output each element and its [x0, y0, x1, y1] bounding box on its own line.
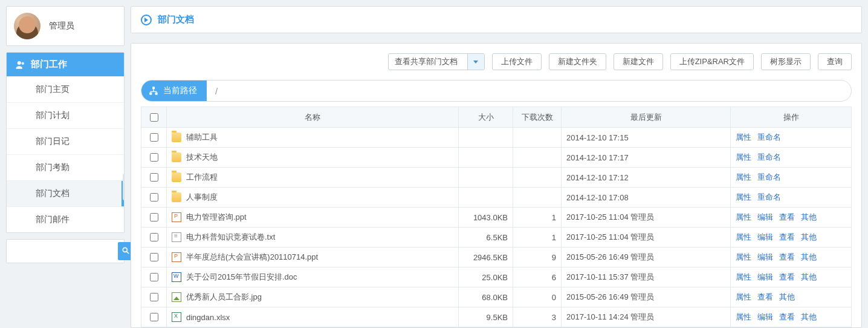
file-name[interactable]: 工作流程 — [186, 172, 218, 183]
panel-header: 部门文档 — [131, 6, 862, 33]
file-size — [459, 148, 513, 168]
download-count — [513, 148, 562, 168]
file-size — [459, 168, 513, 188]
sidebar-item[interactable]: 部门日记 — [7, 128, 124, 154]
sidebar-item[interactable]: 部门邮件 — [7, 206, 124, 232]
tree-view-button[interactable]: 树形显示 — [761, 53, 811, 70]
row-ops: 属性重命名 — [731, 128, 852, 148]
file-size: 68.0KB — [459, 287, 513, 307]
op-other[interactable]: 其他 — [779, 292, 795, 301]
dept-select[interactable]: 查看共享部门文档 — [388, 53, 485, 70]
op-props[interactable]: 属性 — [736, 212, 751, 221]
txt-icon — [172, 232, 181, 242]
row-checkbox[interactable] — [150, 253, 158, 261]
op-view[interactable]: 查看 — [779, 232, 795, 241]
row-checkbox[interactable] — [150, 153, 158, 162]
download-count: 0 — [513, 287, 562, 307]
file-name[interactable]: dingdan.xlsx — [186, 313, 230, 322]
sidebar-search — [6, 239, 125, 263]
download-count — [513, 128, 562, 148]
op-edit[interactable]: 编辑 — [757, 212, 773, 221]
op-view[interactable]: 查看 — [779, 272, 795, 281]
op-other[interactable]: 其他 — [801, 232, 817, 241]
row-checkbox[interactable] — [150, 173, 158, 182]
op-edit[interactable]: 编辑 — [757, 232, 773, 241]
folder-icon — [172, 153, 181, 162]
row-checkbox[interactable] — [150, 133, 158, 142]
row-checkbox[interactable] — [150, 213, 158, 221]
last-updated: 2014-12-10 17:17 — [562, 148, 731, 168]
file-name[interactable]: 半年度总结(大会宣讲稿)20110714.ppt — [186, 252, 318, 263]
op-other[interactable]: 其他 — [801, 312, 817, 321]
table-row: 电力科普知识竞赛试卷.txt6.5KB12017-10-25 11:04 管理员… — [141, 228, 852, 248]
sidebar-collapse-handle[interactable]: ‹ — [123, 174, 125, 200]
sidebar-item[interactable]: 部门文档 — [7, 180, 124, 206]
op-rename[interactable]: 重命名 — [757, 172, 781, 182]
op-props[interactable]: 属性 — [736, 133, 751, 142]
sidebar-item[interactable]: 部门考勤 — [7, 154, 124, 180]
row-checkbox[interactable] — [150, 313, 158, 321]
new-file-button[interactable]: 新建文件 — [614, 53, 663, 70]
select-all-checkbox[interactable] — [150, 113, 158, 122]
op-view[interactable]: 查看 — [779, 312, 795, 321]
row-checkbox[interactable] — [150, 273, 158, 281]
chevron-down-icon[interactable] — [467, 54, 484, 70]
op-props[interactable]: 属性 — [736, 192, 751, 202]
row-ops: 属性编辑查看其他 — [731, 267, 852, 287]
sidebar-search-input[interactable] — [9, 244, 118, 258]
svg-point-0 — [18, 61, 21, 65]
op-props[interactable]: 属性 — [736, 232, 751, 241]
last-updated: 2014-12-10 17:08 — [562, 188, 731, 208]
toolbar: 查看共享部门文档 上传文件 新建文件夹 新建文件 上传ZIP&RAR文件 树形显… — [131, 53, 861, 80]
sitemap-icon — [149, 86, 158, 96]
table-row: dingdan.xlsx9.5KB32017-10-11 14:24 管理员属性… — [141, 307, 852, 327]
op-view[interactable]: 查看 — [779, 252, 795, 261]
op-props[interactable]: 属性 — [736, 153, 751, 162]
file-name[interactable]: 优秀新人员工合影.jpg — [186, 292, 262, 303]
file-size: 25.0KB — [459, 267, 513, 287]
new-folder-button[interactable]: 新建文件夹 — [549, 53, 606, 70]
file-name[interactable]: 关于公司2015年节假日安排.doc — [186, 272, 297, 283]
op-rename[interactable]: 重命名 — [757, 133, 781, 142]
op-props[interactable]: 属性 — [736, 252, 751, 261]
file-name[interactable]: 技术天地 — [186, 152, 218, 163]
op-view[interactable]: 查看 — [757, 292, 773, 301]
users-icon — [15, 59, 26, 70]
file-name[interactable]: 辅助工具 — [186, 132, 218, 143]
sidebar-header[interactable]: 部门工作 — [7, 53, 124, 76]
file-name[interactable]: 人事制度 — [186, 192, 218, 203]
table-row: 半年度总结(大会宣讲稿)20110714.ppt2946.5KB92015-05… — [141, 248, 852, 267]
folder-icon — [172, 133, 181, 142]
op-view[interactable]: 查看 — [779, 212, 795, 221]
row-checkbox[interactable] — [150, 293, 158, 301]
doc-icon — [172, 272, 181, 282]
sidebar-item[interactable]: 部门主页 — [7, 76, 124, 102]
last-updated: 2014-12-10 17:15 — [562, 128, 731, 148]
op-edit[interactable]: 编辑 — [757, 272, 773, 281]
op-other[interactable]: 其他 — [801, 252, 817, 261]
op-props[interactable]: 属性 — [736, 172, 751, 182]
last-updated: 2014-12-10 17:12 — [562, 168, 731, 188]
op-edit[interactable]: 编辑 — [757, 252, 773, 261]
download-count: 3 — [513, 307, 562, 327]
upload-zip-button[interactable]: 上传ZIP&RAR文件 — [670, 53, 754, 70]
search-button[interactable]: 查询 — [818, 53, 852, 70]
op-rename[interactable]: 重命名 — [757, 192, 781, 202]
op-other[interactable]: 其他 — [801, 272, 817, 281]
col-header-ops: 操作 — [731, 107, 852, 128]
op-other[interactable]: 其他 — [801, 212, 817, 221]
row-ops: 属性编辑查看其他 — [731, 208, 852, 228]
op-rename[interactable]: 重命名 — [757, 153, 781, 162]
op-props[interactable]: 属性 — [736, 292, 751, 301]
row-checkbox[interactable] — [150, 233, 158, 241]
op-props[interactable]: 属性 — [736, 312, 751, 321]
sidebar-item[interactable]: 部门计划 — [7, 102, 124, 128]
ppt-icon — [172, 252, 181, 262]
row-ops: 属性重命名 — [731, 168, 852, 188]
upload-file-button[interactable]: 上传文件 — [492, 53, 542, 70]
row-checkbox[interactable] — [150, 193, 158, 202]
op-props[interactable]: 属性 — [736, 272, 751, 281]
op-edit[interactable]: 编辑 — [757, 312, 773, 321]
file-name[interactable]: 电力科普知识竞赛试卷.txt — [186, 232, 275, 243]
file-name[interactable]: 电力管理咨询.ppt — [186, 212, 247, 223]
